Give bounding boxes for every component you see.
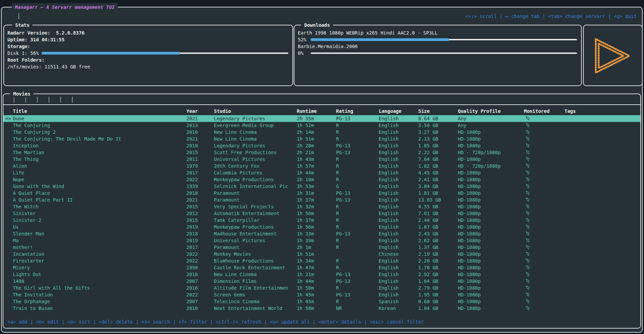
movies-tab[interactable] [20,97,31,102]
movie-monitored-cell [524,149,564,156]
row-selection-arrow [5,285,13,291]
movie-row[interactable]: Train to Busan 2016 Next Entertainment W… [3,305,640,312]
movie-quality-cell: HD-1080p [458,190,524,196]
movie-title-cell: mother! [13,244,186,251]
movie-tags-cell [564,129,640,135]
movie-row[interactable]: Firestarter 2022 Blumhouse Productions 1… [3,257,640,264]
movie-tags-cell [564,196,640,203]
movie-rating-cell: R [336,203,379,210]
download-progress-row: 0% [298,50,578,57]
movie-row[interactable]: The Girl with All the Gifts 2016 Altitud… [3,285,640,291]
movie-row[interactable]: => Dune 2021 Legendary Pictures 2h 35m P… [3,115,640,122]
row-selection-arrow [5,176,13,183]
movie-studio-cell: Scott Free Productions [214,149,297,156]
movie-row[interactable]: Sinister 2012 Automatik Entertainment 1h… [3,210,640,217]
movie-tags-cell [564,305,640,312]
movie-row[interactable]: Alien 1979 20th Century Fox 1h 57m R Eng… [3,163,640,169]
movie-quality-cell: HD-1080p [458,156,524,163]
movie-studio-cell: Paramount [214,196,297,203]
movie-row[interactable]: Life 2017 Columbia Pictures 1h 44m R Eng… [3,169,640,176]
movie-quality-cell: HD-1080p [458,183,524,190]
movie-row[interactable]: Ma 2019 Universal Pictures 1h 39m R Engl… [3,237,640,244]
movie-language-cell: Chinese [379,251,418,257]
movie-tags-cell [564,244,640,251]
movie-size-cell: 2.44 GB [418,217,458,224]
movie-row[interactable]: The Orphanage 2007 Telecinco Cinema 1h 4… [3,298,640,305]
movie-year-cell: 2022 [186,251,214,257]
movie-studio-cell: Castle Rock Entertainment [214,264,297,271]
movie-rating-cell: PG-13 [336,230,379,237]
monitored-tag-icon [525,129,530,135]
movie-monitored-cell [524,142,564,149]
movie-rating-cell: PG-13 [336,196,379,203]
movie-size-cell: 4.55 GB [418,203,458,210]
movie-quality-cell: HD-1080p [458,142,524,149]
movie-studio-cell: Automatik Entertainment [214,210,297,217]
movie-tags-cell [564,135,640,142]
movie-row[interactable]: Inception 2010 Legendary Pictures 2h 28m… [3,142,640,149]
movies-tab[interactable] [31,97,43,102]
movie-row[interactable]: The Conjuring: The Devil Made Me Do It 2… [3,135,640,142]
movie-year-cell: 1990 [186,264,214,271]
movies-tab[interactable] [55,97,66,102]
movie-row[interactable]: A Quiet Place Part II 2021 Paramount 1h … [3,196,640,203]
movie-size-cell: 1.64 GB [418,278,458,285]
movie-row[interactable]: 1408 2007 Dimension Films 1h 44m PG-13 E… [3,278,640,285]
download-item[interactable]: Earth 1998 1080p WEBRip x265 Hindi AAC2.… [298,29,578,43]
movies-tab[interactable] [66,97,78,102]
movie-tags-cell [564,257,640,264]
movie-runtime-cell: 2h 28m [297,142,336,149]
row-selection-arrow [5,217,13,224]
servarr-tab[interactable] [13,14,24,19]
download-progress-fill [311,38,449,41]
movie-row[interactable]: Sinister 2 2015 Tank Caterpillar 1h 37m … [3,217,640,224]
movies-tab[interactable] [43,97,54,102]
movie-row[interactable]: A Quiet Place 2018 Paramount 1h 31m PG-1… [3,190,640,196]
movie-size-cell: 2.19 GB [418,251,458,257]
download-item[interactable]: Barbie.Mermaidia.2006 0% [298,43,578,57]
movie-runtime-cell: 1h 37m [297,217,336,224]
movie-row[interactable]: Incantation 2022 Monkey Movies 1h 51m Ch… [3,251,640,257]
movie-rating-cell: R [336,210,379,217]
movie-title-cell: 1408 [13,278,186,285]
monitored-tag-icon [525,245,530,250]
movie-row[interactable]: The Witch 2015 Very Special Projects 1h … [3,203,640,210]
movie-quality-cell: HD-1080p [458,217,524,224]
movie-row[interactable]: Nope 2022 Monkeypaw Productions 2h 10m R… [3,176,640,183]
movie-row[interactable]: The Conjuring 2 2016 New Line Cinema 2h … [3,129,640,135]
movie-studio-cell: Monkeypaw Productions [214,176,297,183]
movie-row[interactable]: Misery 1990 Castle Rock Entertainment 1h… [3,264,640,271]
monitored-tag-icon [525,231,530,236]
movie-title-cell: Sinister [13,210,186,217]
movie-size-cell: 3.84 GB [418,183,458,190]
movie-monitored-cell [524,203,564,210]
movie-row[interactable]: Lights Out 2016 New Line Cinema 1h 21m P… [3,271,640,278]
movie-year-cell: 2022 [186,291,214,298]
movie-language-cell: English [379,156,418,163]
movie-rating-cell: R [336,163,379,169]
movie-row[interactable]: The Martian 2015 Scott Free Productions … [3,149,640,156]
movie-studio-cell: 20th Century Fox [214,163,297,169]
movie-language-cell: English [379,230,418,237]
movie-studio-cell: Blumhouse Productions [214,257,297,264]
movie-runtime-cell: 1h 31m [297,190,336,196]
movie-row[interactable]: Gone with the Wind 1939 Selznick Interna… [3,183,640,190]
movies-tab[interactable] [8,97,20,102]
movie-title-cell: The Conjuring [13,122,186,129]
movie-rating-cell: R [336,237,379,244]
row-selection-arrow [5,135,13,142]
movie-row[interactable]: The Thing 2011 Universal Pictures 1h 43m… [3,156,640,163]
monitored-tag-icon [525,217,530,223]
movie-size-cell: 8.64 GB [418,115,458,122]
movie-title-cell: Inception [13,142,186,149]
movie-rating-cell [336,251,379,257]
movie-row[interactable]: mother! 2017 Paramount 2h 1m R English 1… [3,244,640,251]
movie-title-cell: Life [13,169,186,176]
movie-row[interactable]: Us 2019 Monkeypaw Productions 1h 56m R E… [3,224,640,230]
movie-tags-cell [564,237,640,244]
monitored-tag-icon [525,136,530,142]
row-selection-arrow [5,298,13,305]
movie-row[interactable]: The Conjuring 2013 Evergreen Media Group… [3,122,640,129]
movie-row[interactable]: The Invitation 2022 Screen Gems 1h 45m P… [3,291,640,298]
movie-row[interactable]: Slender Man 2018 Madhouse Entertainment … [3,230,640,237]
